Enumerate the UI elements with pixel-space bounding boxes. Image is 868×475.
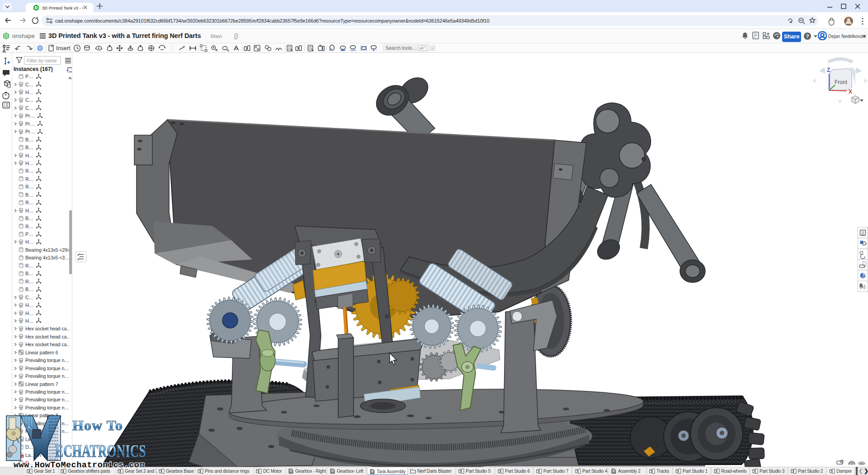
svg-text:101101: 101101: [48, 420, 59, 423]
svg-text:Z: Z: [827, 67, 830, 73]
svg-text:?: ?: [806, 33, 809, 39]
svg-text:011011: 011011: [48, 436, 59, 439]
svg-text:X: X: [849, 89, 852, 95]
svg-text:110101: 110101: [48, 433, 59, 436]
svg-text:110100: 110100: [48, 417, 59, 420]
svg-text:101110: 101110: [48, 430, 59, 433]
svg-text:Front: Front: [835, 79, 848, 85]
svg-text:011010: 011010: [48, 427, 59, 430]
svg-text:110011: 110011: [48, 423, 59, 427]
